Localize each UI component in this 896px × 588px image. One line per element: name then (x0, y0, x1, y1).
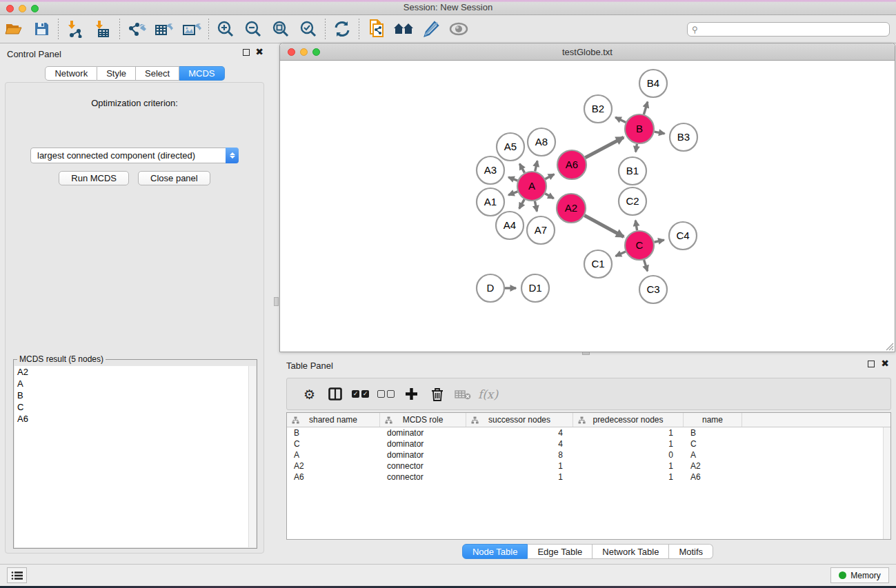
cell-mcds_role[interactable]: connector (380, 461, 466, 471)
graph-edge-C-C1[interactable] (616, 252, 626, 256)
column-header-predecessor-nodes[interactable]: predecessor nodes (573, 413, 684, 427)
graph-edge-A-A7[interactable] (535, 201, 537, 212)
table-row[interactable]: Adominator80A (287, 449, 890, 460)
close-panel-button[interactable]: Close panel (138, 171, 210, 185)
zoom-selected-icon[interactable] (295, 17, 322, 41)
import-network-icon[interactable] (61, 17, 89, 41)
graph-node-C[interactable]: C (625, 231, 654, 260)
cell-name[interactable]: A6 (684, 472, 742, 482)
cell-name[interactable]: A (684, 450, 742, 460)
table-row[interactable]: Bdominator41B (287, 427, 890, 438)
float-table-panel-icon[interactable] (868, 361, 875, 369)
graph-node-D1[interactable]: D1 (521, 274, 549, 302)
cell-predecessor[interactable]: 1 (573, 439, 684, 449)
graph-edge-A-A1[interactable] (508, 192, 517, 195)
cell-successor[interactable]: 4 (466, 428, 573, 438)
cell-shared_name[interactable]: C (287, 439, 380, 449)
cell-predecessor[interactable]: 1 (573, 472, 684, 482)
table-row[interactable]: Cdominator41C (287, 438, 890, 449)
graph-node-C1[interactable]: C1 (584, 250, 612, 278)
cell-successor[interactable]: 1 (466, 461, 573, 471)
graph-edge-A-A3[interactable] (508, 177, 517, 181)
export-table-icon[interactable] (150, 17, 178, 41)
mcds-result-item[interactable]: C (14, 401, 256, 413)
cell-name[interactable]: B (684, 428, 742, 438)
graph-edge-A-A4[interactable] (519, 199, 525, 208)
cell-mcds_role[interactable]: connector (380, 472, 466, 482)
graph-node-C4[interactable]: C4 (669, 222, 697, 250)
graph-node-A5[interactable]: A5 (497, 133, 524, 161)
add-icon[interactable] (399, 387, 424, 401)
graph-node-A7[interactable]: A7 (527, 216, 555, 244)
cell-name[interactable]: C (684, 439, 742, 449)
graph-node-C2[interactable]: C2 (619, 187, 646, 215)
mcds-result-item[interactable]: A2 (14, 366, 256, 378)
graph-node-A8[interactable]: A8 (528, 128, 555, 156)
zoom-fit-icon[interactable] (267, 17, 295, 41)
clone-network-icon[interactable] (362, 17, 390, 41)
graph-edge-B-B4[interactable] (644, 102, 647, 114)
cell-mcds_role[interactable]: dominator (380, 439, 466, 449)
save-session-icon[interactable] (28, 17, 55, 41)
column-header-successor-nodes[interactable]: successor nodes (466, 413, 573, 427)
tab-node-table[interactable]: Node Table (462, 544, 528, 559)
columns-icon[interactable] (322, 387, 348, 401)
graph-edge-A-A6[interactable] (545, 174, 554, 179)
cell-predecessor[interactable]: 1 (573, 428, 684, 438)
criterion-dropdown[interactable]: largest connected component (directed) (30, 148, 239, 163)
zoom-in-icon[interactable] (212, 17, 239, 41)
network-close-button[interactable] (288, 48, 295, 56)
float-panel-icon[interactable] (243, 49, 250, 57)
zoom-out-icon[interactable] (239, 17, 267, 41)
result-scrollbar[interactable] (248, 366, 256, 547)
refresh-layout-icon[interactable] (328, 17, 356, 41)
close-panel-icon[interactable]: ✖ (255, 48, 263, 56)
graph-edge-C-C2[interactable] (635, 221, 637, 231)
graph-node-A3[interactable]: A3 (477, 156, 504, 184)
task-history-button[interactable] (7, 567, 27, 583)
export-image-icon[interactable] (178, 17, 206, 41)
graph-node-A[interactable]: A (517, 172, 546, 201)
cell-name[interactable]: A2 (684, 461, 742, 471)
cell-mcds_role[interactable]: dominator (380, 450, 466, 460)
graph-node-D[interactable]: D (477, 274, 504, 302)
graph-node-B4[interactable]: B4 (639, 70, 667, 97)
tab-style[interactable]: Style (97, 66, 136, 81)
graph-node-A6[interactable]: A6 (557, 150, 586, 179)
deselect-all-icon[interactable] (373, 390, 399, 398)
network-window-titlebar[interactable]: testGlobe.txt (280, 43, 895, 61)
graph-edge-A-A8[interactable] (535, 161, 537, 171)
cell-successor[interactable]: 4 (466, 439, 573, 449)
graph-edge-A6-B[interactable] (585, 137, 624, 158)
memory-button[interactable]: Memory (830, 567, 889, 583)
mcds-result-item[interactable]: A6 (14, 413, 256, 425)
graph-edge-C-C3[interactable] (644, 260, 648, 271)
graph-edge-B-B1[interactable] (636, 144, 637, 152)
run-mcds-button[interactable]: Run MCDS (59, 171, 129, 185)
graph-node-A1[interactable]: A1 (477, 188, 504, 216)
mcds-result-item[interactable]: A (14, 378, 256, 389)
cell-shared_name[interactable]: A6 (287, 472, 380, 482)
graph-node-B1[interactable]: B1 (619, 157, 646, 185)
graph-edge-B-B3[interactable] (655, 132, 665, 134)
show-graphics-icon[interactable] (445, 17, 472, 41)
graph-edge-C-C4[interactable] (654, 240, 664, 242)
tab-mcds[interactable]: MCDS (179, 66, 224, 81)
cell-successor[interactable]: 8 (466, 450, 573, 460)
graph-edge-A2-C[interactable] (584, 216, 624, 237)
tab-network-table[interactable]: Network Table (593, 544, 669, 559)
cell-predecessor[interactable]: 0 (573, 450, 684, 460)
mcds-result-item[interactable]: B (14, 389, 256, 401)
cell-mcds_role[interactable]: dominator (380, 428, 466, 438)
search-field[interactable]: ⚲ (687, 22, 890, 37)
select-all-icon[interactable]: ✓✓ (348, 390, 373, 398)
cell-shared_name[interactable]: A2 (287, 461, 380, 471)
tab-select[interactable]: Select (136, 66, 179, 81)
table-scrollbar[interactable] (883, 427, 890, 539)
tab-edge-table[interactable]: Edge Table (528, 544, 593, 559)
graph-node-B[interactable]: B (625, 114, 654, 143)
column-header-name[interactable]: name (684, 413, 742, 427)
open-file-icon[interactable] (0, 17, 28, 41)
column-header-MCDS-role[interactable]: MCDS role (380, 413, 466, 427)
graph-node-A2[interactable]: A2 (557, 194, 586, 223)
